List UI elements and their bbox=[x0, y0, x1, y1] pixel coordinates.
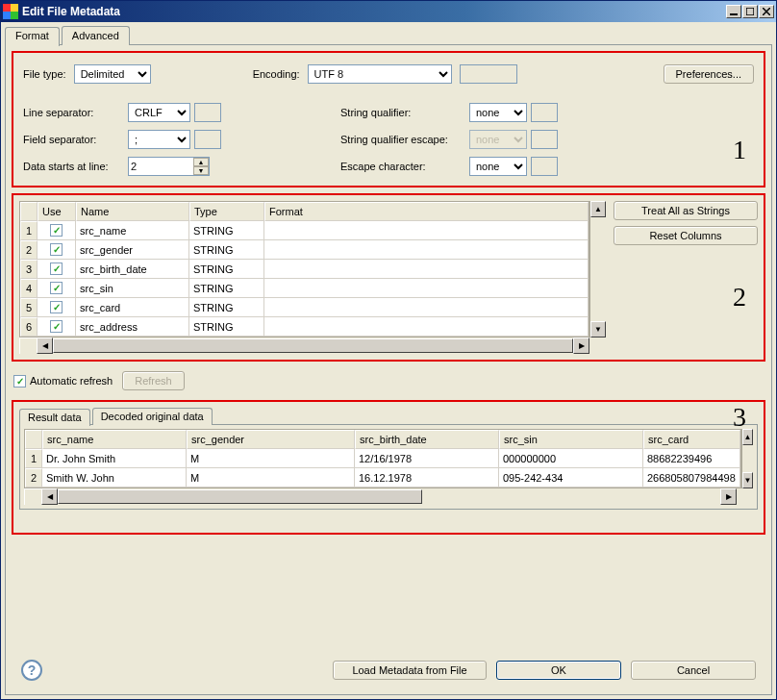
use-checkbox[interactable]: ✓ bbox=[50, 262, 63, 275]
columns-hscrollbar[interactable]: ◀ ▶ bbox=[19, 338, 606, 354]
table-row[interactable]: 3✓src_birth_dateSTRING bbox=[20, 260, 589, 279]
preview-cell[interactable]: 88682239496 bbox=[643, 449, 740, 468]
preview-cell[interactable]: 266805807984498 bbox=[643, 468, 740, 488]
cell-format[interactable] bbox=[264, 240, 589, 260]
cell-type[interactable]: STRING bbox=[189, 298, 264, 317]
table-row[interactable]: 4✓src_sinSTRING bbox=[20, 279, 589, 298]
refresh-button[interactable]: Refresh bbox=[122, 371, 185, 390]
field-separator-aux bbox=[194, 130, 221, 149]
use-checkbox[interactable]: ✓ bbox=[50, 320, 63, 333]
cell-format[interactable] bbox=[264, 221, 589, 240]
preview-cell[interactable]: 095-242-434 bbox=[499, 468, 643, 488]
window-title: Edit File Metadata bbox=[22, 5, 726, 18]
ok-button[interactable]: OK bbox=[496, 661, 621, 680]
preview-hdr-4[interactable]: src_card bbox=[643, 430, 740, 449]
treat-all-strings-button[interactable]: Treat All as Strings bbox=[614, 201, 758, 220]
cell-type[interactable]: STRING bbox=[189, 279, 264, 298]
preview-hdr-3[interactable]: src_sin bbox=[499, 430, 643, 449]
cell-type[interactable]: STRING bbox=[189, 260, 264, 279]
preview-tabstrip: Result data Decoded original data bbox=[19, 408, 758, 425]
scroll-right-button[interactable]: ▶ bbox=[573, 338, 589, 354]
cell-format[interactable] bbox=[264, 317, 589, 337]
preferences-button[interactable]: Preferences... bbox=[664, 64, 754, 84]
preview-hdr-2[interactable]: src_birth_date bbox=[355, 430, 499, 449]
line-separator-select[interactable]: CRLF bbox=[128, 103, 190, 122]
col-hdr-type[interactable]: Type bbox=[189, 202, 264, 221]
escape-character-select[interactable]: none bbox=[469, 157, 527, 176]
help-icon[interactable]: ? bbox=[21, 660, 42, 681]
tab-decoded-data[interactable]: Decoded original data bbox=[92, 408, 213, 425]
automatic-refresh-checkbox[interactable]: ✓ bbox=[13, 375, 26, 388]
tab-advanced[interactable]: Advanced bbox=[62, 26, 130, 45]
close-button[interactable] bbox=[759, 5, 774, 18]
cell-format[interactable] bbox=[264, 260, 589, 279]
tab-result-data[interactable]: Result data bbox=[19, 409, 90, 426]
col-hdr-name[interactable]: Name bbox=[76, 202, 189, 221]
scroll-up-button[interactable]: ▲ bbox=[590, 201, 606, 217]
cell-use[interactable]: ✓ bbox=[38, 240, 76, 260]
cell-type[interactable]: STRING bbox=[189, 240, 264, 260]
cell-type[interactable]: STRING bbox=[189, 221, 264, 240]
cell-format[interactable] bbox=[264, 279, 589, 298]
preview-scroll-left[interactable]: ◀ bbox=[41, 488, 58, 505]
cell-name[interactable]: src_birth_date bbox=[76, 260, 189, 279]
table-row[interactable]: 6✓src_addressSTRING bbox=[20, 317, 589, 337]
string-qualifier-select[interactable]: none bbox=[469, 103, 527, 122]
row-index: 5 bbox=[20, 298, 38, 317]
table-row[interactable]: 1Dr. John SmithM12/16/197800000000088682… bbox=[25, 449, 740, 468]
cell-use[interactable]: ✓ bbox=[38, 279, 76, 298]
row-index: 1 bbox=[20, 221, 38, 240]
preview-hscrollbar[interactable]: ◀ ▶ bbox=[24, 488, 753, 505]
cell-use[interactable]: ✓ bbox=[38, 260, 76, 279]
preview-scroll-down[interactable]: ▼ bbox=[742, 472, 753, 488]
field-separator-select[interactable]: ; bbox=[128, 130, 190, 149]
use-checkbox[interactable]: ✓ bbox=[50, 301, 63, 313]
preview-cell[interactable]: 16.12.1978 bbox=[355, 468, 499, 488]
scroll-down-button[interactable]: ▼ bbox=[590, 321, 606, 338]
marker-2: 2 bbox=[733, 282, 746, 312]
string-qualifier-escape-select[interactable]: none bbox=[469, 130, 527, 149]
minimize-button[interactable] bbox=[726, 5, 741, 18]
cell-format[interactable] bbox=[264, 298, 589, 317]
cancel-button[interactable]: Cancel bbox=[631, 661, 756, 680]
preview-vscrollbar[interactable]: ▲ ▼ bbox=[741, 429, 753, 488]
data-starts-spinner[interactable]: ▲▼ bbox=[193, 158, 209, 175]
cell-name[interactable]: src_card bbox=[76, 298, 189, 317]
preview-cell[interactable]: 000000000 bbox=[499, 449, 643, 468]
preview-hdr-0[interactable]: src_name bbox=[42, 430, 187, 449]
preview-hdr-1[interactable]: src_gender bbox=[187, 430, 355, 449]
cell-use[interactable]: ✓ bbox=[38, 221, 76, 240]
encoding-select[interactable]: UTF 8 bbox=[308, 64, 452, 84]
use-checkbox[interactable]: ✓ bbox=[50, 224, 63, 237]
col-hdr-format[interactable]: Format bbox=[264, 202, 589, 221]
preview-cell[interactable]: Smith W. John bbox=[42, 468, 187, 488]
maximize-button[interactable] bbox=[742, 5, 758, 18]
marker-3: 3 bbox=[733, 402, 746, 433]
table-row[interactable]: 5✓src_cardSTRING bbox=[20, 298, 589, 317]
cell-name[interactable]: src_gender bbox=[76, 240, 189, 260]
table-row[interactable]: 2✓src_genderSTRING bbox=[20, 240, 589, 260]
cell-name[interactable]: src_address bbox=[76, 317, 189, 337]
load-metadata-button[interactable]: Load Metadata from File bbox=[333, 661, 487, 680]
preview-cell[interactable]: M bbox=[187, 468, 355, 488]
cell-use[interactable]: ✓ bbox=[38, 298, 76, 317]
scroll-left-button[interactable]: ◀ bbox=[37, 338, 53, 354]
table-row[interactable]: 2Smith W. JohnM16.12.1978095-242-4342668… bbox=[25, 468, 740, 488]
use-checkbox[interactable]: ✓ bbox=[50, 282, 63, 294]
preview-cell[interactable]: Dr. John Smith bbox=[42, 449, 187, 468]
preview-cell[interactable]: 12/16/1978 bbox=[355, 449, 499, 468]
tab-format[interactable]: Format bbox=[5, 27, 60, 46]
preview-scroll-right[interactable]: ▶ bbox=[720, 488, 737, 505]
escape-character-aux bbox=[531, 157, 558, 176]
use-checkbox[interactable]: ✓ bbox=[50, 243, 63, 256]
file-type-select[interactable]: Delimited bbox=[74, 64, 151, 84]
reset-columns-button[interactable]: Reset Columns bbox=[614, 226, 758, 245]
col-hdr-use[interactable]: Use bbox=[38, 202, 76, 221]
table-row[interactable]: 1✓src_nameSTRING bbox=[20, 221, 589, 240]
columns-vscrollbar[interactable]: ▲ ▼ bbox=[589, 201, 606, 338]
cell-name[interactable]: src_name bbox=[76, 221, 189, 240]
cell-name[interactable]: src_sin bbox=[76, 279, 189, 298]
cell-type[interactable]: STRING bbox=[189, 317, 264, 337]
cell-use[interactable]: ✓ bbox=[38, 317, 76, 337]
preview-cell[interactable]: M bbox=[187, 449, 355, 468]
